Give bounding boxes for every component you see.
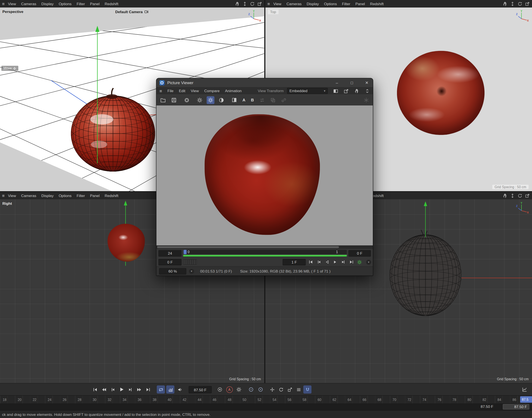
copy-ab-icon[interactable] xyxy=(269,96,277,104)
save-icon[interactable] xyxy=(170,96,178,104)
zoom-options-chevron-icon[interactable]: ▾ xyxy=(189,269,194,274)
keying-settings-gear-icon[interactable] xyxy=(235,385,243,394)
rotate-view-icon[interactable] xyxy=(517,193,522,198)
previous-key-button[interactable] xyxy=(100,385,108,394)
previous-frame-button[interactable] xyxy=(109,385,117,394)
play-forward-button[interactable] xyxy=(332,258,338,266)
toggle-viewport-icon[interactable] xyxy=(525,1,530,6)
scale-keys-icon[interactable] xyxy=(286,385,294,394)
next-key-button[interactable] xyxy=(135,385,143,394)
keying-options-icon[interactable] xyxy=(257,385,265,394)
menu-item[interactable]: Edit xyxy=(179,89,185,93)
rotate-keys-icon[interactable] xyxy=(277,385,285,394)
viewport-menu-item[interactable]: Display xyxy=(41,2,54,6)
pan-hand-icon[interactable] xyxy=(502,193,508,198)
toggle-viewport-icon[interactable] xyxy=(525,193,530,198)
go-to-end-button[interactable] xyxy=(348,258,355,266)
split-view-icon[interactable] xyxy=(333,88,339,93)
keyframe-bars-toggle[interactable] xyxy=(166,385,175,394)
slider-handle[interactable] xyxy=(184,250,187,254)
previous-frame-button[interactable] xyxy=(315,258,322,266)
viewport-menu-item[interactable]: Cameras xyxy=(21,2,36,6)
viewport-menu-item[interactable]: Options xyxy=(324,2,337,6)
viewport-menu-item[interactable]: Filter xyxy=(342,2,350,6)
menu-item[interactable]: View xyxy=(191,89,199,93)
swap-ab-icon[interactable] xyxy=(258,96,266,104)
snap-keys-toggle[interactable] xyxy=(303,385,312,394)
viewport-menu-item[interactable]: Cameras xyxy=(21,194,36,198)
jump-to-end-button[interactable] xyxy=(144,385,152,394)
viewport-menu-icon[interactable]: ≡ xyxy=(267,1,270,6)
go-to-start-button[interactable] xyxy=(307,258,314,266)
rotate-view-icon[interactable] xyxy=(517,1,522,6)
apple-render-top-view[interactable] xyxy=(397,51,484,135)
hand-tool-icon[interactable] xyxy=(354,88,359,93)
version-b-button[interactable]: B xyxy=(250,98,255,102)
toggle-viewport-icon[interactable] xyxy=(257,1,262,6)
rotate-view-icon[interactable] xyxy=(250,1,255,6)
close-button[interactable]: ✕ xyxy=(361,78,373,87)
picture-viewer-titlebar[interactable]: Picture Viewer – □ ✕ xyxy=(156,78,373,87)
fps-field[interactable]: 24 xyxy=(158,250,182,256)
viewport-menu-item[interactable]: View xyxy=(8,2,16,6)
viewport-menu-item[interactable]: Panel xyxy=(90,194,100,198)
sound-toggle[interactable] xyxy=(176,385,184,394)
dolly-icon[interactable] xyxy=(510,1,515,6)
viewport-menu-item[interactable]: Redshift xyxy=(105,2,118,6)
viewport-menu-item[interactable]: Filter xyxy=(77,2,85,6)
menu-item[interactable]: Animation xyxy=(225,89,242,93)
move-keys-icon[interactable] xyxy=(268,385,276,394)
start-frame-field[interactable]: 0 F xyxy=(158,259,182,265)
next-frame-button[interactable] xyxy=(126,385,134,394)
menu-item[interactable]: Compare xyxy=(204,89,220,93)
mini-chart-icon[interactable] xyxy=(520,385,529,394)
view-transform-select[interactable]: Embedded▾ xyxy=(287,88,328,94)
viewport-menu-item[interactable]: Cameras xyxy=(286,2,302,6)
record-options-icon[interactable] xyxy=(247,385,255,394)
contrast-icon[interactable] xyxy=(218,96,225,104)
mini-scrub-widget[interactable] xyxy=(183,259,197,265)
minimize-button[interactable]: – xyxy=(331,78,343,87)
scrollbar-thumb[interactable] xyxy=(157,246,339,248)
current-frame-box[interactable]: 87.50 F xyxy=(503,404,529,409)
dolly-icon[interactable] xyxy=(510,193,515,198)
menu-item[interactable]: File xyxy=(167,89,173,93)
viewport-menu-icon[interactable]: ≡ xyxy=(2,1,5,6)
viewport-menu-item[interactable]: Display xyxy=(41,194,54,198)
zoom-level-field[interactable]: 60 % xyxy=(159,268,186,275)
clear-result-icon[interactable] xyxy=(183,96,191,104)
dolly-icon[interactable] xyxy=(242,1,248,6)
playback-options-chevron-icon[interactable]: ▾ xyxy=(366,259,371,265)
render-navigation-gear-icon[interactable] xyxy=(356,258,363,266)
current-frame-field[interactable]: 1 F xyxy=(282,259,306,265)
viewport-menu-icon[interactable]: ≡ xyxy=(2,193,5,198)
camera-label[interactable]: Default Camera xyxy=(0,10,264,14)
render-image-area[interactable] xyxy=(156,105,373,245)
play-backward-button[interactable] xyxy=(324,258,330,266)
play-button[interactable] xyxy=(117,385,125,394)
pan-hand-icon[interactable] xyxy=(235,1,240,6)
loop-playback-toggle[interactable] xyxy=(157,385,165,394)
track-display-icon[interactable] xyxy=(294,385,302,394)
updown-arrows-icon[interactable] xyxy=(365,88,370,93)
viewport-menu-item[interactable]: Panel xyxy=(90,2,100,6)
render-settings-gear-icon[interactable] xyxy=(207,96,215,104)
open-folder-icon[interactable] xyxy=(159,96,167,104)
next-frame-button[interactable] xyxy=(340,258,346,266)
redshift-snowflake-icon[interactable] xyxy=(363,96,370,104)
settings-gear-icon[interactable] xyxy=(196,96,204,104)
autokey-button[interactable]: A xyxy=(225,385,233,394)
link-ab-icon[interactable] xyxy=(280,96,288,104)
version-a-button[interactable]: A xyxy=(241,98,247,102)
end-frame-field[interactable]: 0 F xyxy=(348,250,371,256)
viewport-menu-item[interactable]: Options xyxy=(59,2,72,6)
viewport-menu-item[interactable]: Redshift xyxy=(105,194,118,198)
image-horizontal-scrollbar[interactable] xyxy=(156,245,373,249)
slider-track[interactable] xyxy=(183,250,347,254)
pan-hand-icon[interactable] xyxy=(502,1,508,6)
viewport-menu-item[interactable]: Display xyxy=(307,2,319,6)
jump-to-start-button[interactable] xyxy=(91,385,99,394)
maximize-button[interactable]: □ xyxy=(346,78,358,87)
menu-icon[interactable]: ≡ xyxy=(159,88,162,93)
viewport-menu-item[interactable]: Options xyxy=(59,194,72,198)
